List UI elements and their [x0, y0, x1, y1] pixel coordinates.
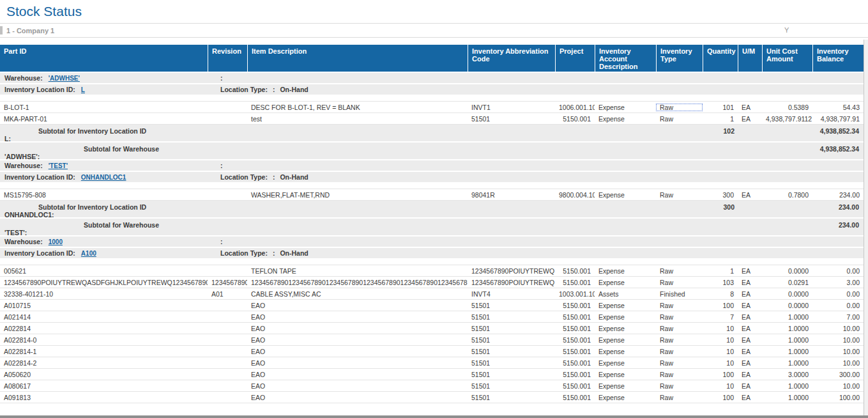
- location-band: Inventory Location ID:A100Location Type:…: [0, 248, 864, 259]
- location-label: Inventory Location ID:: [4, 86, 75, 93]
- cell-inv_abbrev_code: 1234567890POIUYTREWQ: [468, 279, 555, 286]
- subtotal-line1: Subtotal for Warehouse: [84, 221, 159, 229]
- warehouse-link[interactable]: 'ADWHSE': [49, 75, 80, 82]
- subtotal-line1: Subtotal for Inventory Location ID: [38, 203, 146, 211]
- table-row: A050620EAO515015150.001ExpenseRaw100EA3.…: [0, 369, 864, 380]
- cell-item_description: EAO: [247, 302, 468, 309]
- cell-revision: 1234567890: [208, 279, 247, 286]
- subtotal-line1: Subtotal for Inventory Location ID: [38, 127, 146, 135]
- warehouse-link[interactable]: 1000: [49, 238, 63, 245]
- stock-status-table: Part IDRevisionItem DescriptionInventory…: [0, 45, 864, 403]
- table-row: A010715EAO515015150.001ExpenseRaw100EA0.…: [0, 300, 864, 311]
- cell-part_id: A050620: [0, 371, 208, 378]
- cell-item_description: test: [247, 115, 468, 123]
- subtotal-row: Subtotal for Inventory Location IDONHAND…: [0, 201, 864, 219]
- cell-part_id: MKA-PART-01: [0, 115, 208, 123]
- cell-inventory_type[interactable]: Raw: [656, 104, 703, 111]
- location-type-value: On-Hand: [280, 86, 308, 93]
- subtotal-line2: 'TEST':: [4, 229, 27, 236]
- subtotal-line2: 'ADWHSE':: [4, 153, 40, 160]
- cell-inventory_type: Raw: [656, 371, 703, 378]
- location-type-value: On-Hand: [280, 173, 308, 181]
- cell-inventory_type: Raw: [656, 115, 703, 123]
- table-row: 32338-40121-10A01CABLE ASSY,MISC ACINVT4…: [0, 288, 864, 300]
- cell-item_description: EAO: [247, 371, 468, 378]
- cell-inventory_balance: 7.00: [812, 313, 864, 321]
- cell-quantity: 100: [703, 371, 738, 378]
- cell-item_description: EAO: [247, 313, 468, 321]
- cell-inventory_type: Raw: [656, 325, 703, 332]
- location-link[interactable]: L: [81, 86, 85, 93]
- table-row: A021414EAO515015150.001ExpenseRaw7EA1.00…: [0, 311, 864, 323]
- warehouse-colon: :: [220, 238, 223, 245]
- cell-unit_cost: 1.0000: [762, 336, 812, 344]
- cell-inventory_balance: 10.00: [812, 359, 864, 367]
- cell-quantity: 100: [703, 394, 738, 401]
- row-spacer: [0, 96, 864, 102]
- subtotal-quantity: 300: [703, 203, 738, 211]
- cell-inventory_type: Raw: [656, 394, 703, 401]
- table-row: A022814-0EAO515015150.001ExpenseRaw10EA1…: [0, 334, 864, 346]
- cell-unit_cost: 0.0291: [762, 279, 812, 286]
- table-row: MS15795-808WASHER,FLAT-MET,RND98041R9800…: [0, 189, 864, 201]
- cell-inv_abbrev_code: 98041R: [468, 191, 555, 199]
- warehouse-link[interactable]: 'TEST': [49, 162, 68, 169]
- warehouse-label: Warehouse:: [4, 238, 43, 245]
- cell-inv_account_desc: Expense: [595, 348, 656, 355]
- cell-part_id: B-LOT-1: [0, 104, 208, 111]
- cell-inv_abbrev_code: 51501: [468, 359, 555, 367]
- cell-quantity: 10: [703, 382, 738, 390]
- cell-part_id: A080617: [0, 382, 208, 390]
- location-type-group: Location Type::On-Hand: [220, 173, 308, 181]
- cell-unit_cost: 1.0000: [762, 325, 812, 332]
- cell-item_description: TEFLON TAPE: [247, 267, 468, 275]
- cell-unit_cost: 1.0000: [762, 382, 812, 390]
- vertical-scrollbar[interactable]: [864, 40, 868, 415]
- cell-inv_account_desc: Expense: [595, 382, 656, 390]
- cell-revision: A01: [208, 290, 247, 298]
- cell-inv_abbrev_code: 51501: [468, 382, 555, 390]
- cell-quantity: 1: [703, 267, 738, 275]
- subtotal-balance: 4,938,852.34: [812, 127, 864, 135]
- location-type-colon: :: [273, 249, 275, 257]
- cell-inventory_balance: 4,938,797.91: [812, 115, 864, 123]
- cell-project: 5150.001: [555, 325, 595, 332]
- warehouse-band: Warehouse:'ADWHSE':: [0, 73, 864, 84]
- cell-unit_cost: 1.0000: [762, 394, 812, 401]
- cell-quantity: 8: [703, 290, 738, 298]
- cell-inventory_balance: 0.00: [812, 302, 864, 309]
- cell-inventory_type: Raw: [656, 313, 703, 321]
- cell-um: EA: [738, 348, 762, 355]
- cell-inv_account_desc: Expense: [595, 313, 656, 321]
- cell-inv_account_desc: Expense: [595, 359, 656, 367]
- cell-um: EA: [738, 279, 762, 286]
- column-header-project: Project: [555, 45, 595, 72]
- location-link[interactable]: ONHANDLOC1: [81, 174, 126, 181]
- warehouse-band: Warehouse:1000:: [0, 236, 864, 248]
- location-label: Inventory Location ID:: [4, 173, 75, 181]
- cell-inv_abbrev_code: 51501: [468, 302, 555, 309]
- cell-quantity: 10: [703, 359, 738, 367]
- cell-quantity: 10: [703, 348, 738, 355]
- cell-inv_abbrev_code: 51501: [468, 115, 555, 123]
- cell-inv_abbrev_code: 51501: [468, 336, 555, 344]
- cell-inv_account_desc: Expense: [595, 302, 656, 309]
- cell-inventory_balance: 234.00: [812, 191, 864, 199]
- cell-project: 1003.001.10: [555, 290, 595, 298]
- cell-unit_cost: 1.0000: [762, 313, 812, 321]
- cell-inv_account_desc: Expense: [595, 279, 656, 286]
- cell-project: 5150.001: [555, 371, 595, 378]
- cell-inv_abbrev_code: 51501: [468, 325, 555, 332]
- cell-inventory_type: Raw: [656, 191, 703, 199]
- cell-um: EA: [738, 371, 762, 378]
- table-row: A022814EAO515015150.001ExpenseRaw10EA1.0…: [0, 323, 864, 334]
- cell-inventory_balance: 10.00: [812, 325, 864, 332]
- page-title: Stock Status: [0, 0, 868, 20]
- column-header-part_id: Part ID: [0, 45, 208, 72]
- cell-inventory_type: Raw: [656, 348, 703, 355]
- cell-part_id: A022814: [0, 325, 208, 332]
- location-link[interactable]: A100: [81, 250, 96, 257]
- location-label: Inventory Location ID:: [4, 249, 75, 257]
- cell-item_description: EAO: [247, 359, 468, 367]
- column-header-item_description: Item Description: [247, 45, 468, 72]
